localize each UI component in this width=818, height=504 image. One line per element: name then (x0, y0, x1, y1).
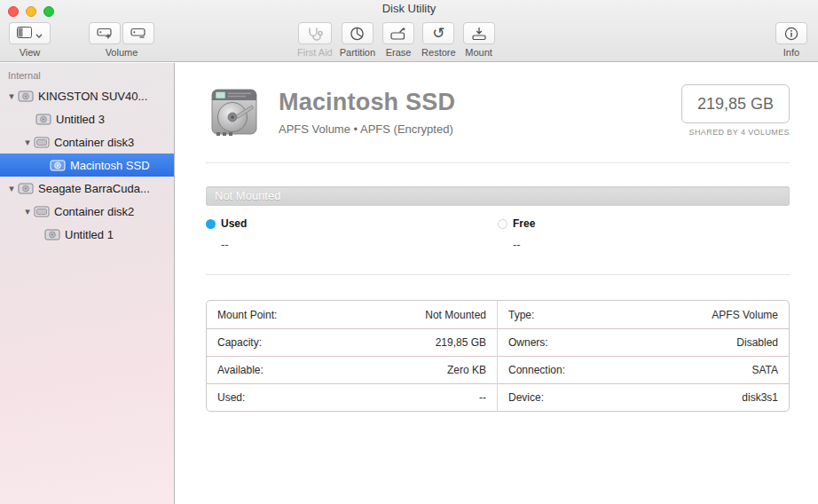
erase-icon (390, 27, 406, 41)
detail-value: 219,85 GB (436, 336, 486, 349)
detail-label: Used: (217, 391, 245, 404)
detail-row: Device: disk3s1 (498, 383, 789, 411)
detail-value: SATA (751, 364, 778, 376)
first-aid-label: First Aid (297, 47, 333, 58)
main-panel: Macintosh SSD APFS Volume • APFS (Encryp… (176, 63, 818, 504)
first-aid-icon (306, 27, 324, 41)
hard-drive-icon (206, 84, 263, 141)
detail-label: Mount Point: (217, 309, 277, 321)
detail-value: Not Mounted (425, 309, 486, 321)
disk-icon (18, 90, 34, 103)
disclosure-triangle-icon[interactable] (5, 182, 18, 195)
disclosure-triangle-icon[interactable] (5, 90, 18, 103)
mount-button[interactable] (463, 22, 495, 44)
sidebar-view-icon (17, 26, 32, 42)
detail-value: Disabled (736, 336, 778, 349)
details-column-right: Type: APFS Volume Owners: Disabled Conne… (498, 301, 789, 411)
sidebar-item-seagate[interactable]: Seagate BarraCuda... (0, 177, 174, 200)
erase-button[interactable] (382, 22, 414, 44)
volume-subtitle: APFS Volume • APFS (Encrypted) (279, 122, 681, 136)
info-icon (784, 27, 798, 41)
disk-icon (18, 182, 34, 195)
view-label: View (20, 47, 41, 58)
details-column-left: Mount Point: Not Mounted Capacity: 219,8… (207, 301, 498, 411)
legend-free: Free -- (498, 217, 790, 251)
restore-icon (432, 26, 444, 42)
remove-volume-button[interactable] (122, 22, 154, 44)
legend-value: -- (221, 238, 498, 251)
detail-row: Used: -- (207, 383, 497, 411)
mount-label: Mount (465, 47, 492, 58)
legend-label: Free (513, 217, 535, 230)
sidebar-item-label: KINGSTON SUV40... (38, 90, 151, 103)
first-aid-button[interactable] (298, 22, 332, 44)
traffic-lights (8, 6, 54, 17)
detail-label: Available: (217, 364, 263, 376)
partition-icon (350, 27, 365, 41)
sidebar: Internal KINGSTON SUV40... Untitled 3 Co… (0, 63, 175, 504)
close-button[interactable] (8, 6, 19, 17)
volume-header: Macintosh SSD APFS Volume • APFS (Encryp… (206, 84, 790, 141)
volume-icon (50, 159, 66, 172)
detail-row: Capacity: 219,85 GB (207, 328, 497, 356)
info-label: Info (783, 47, 799, 58)
sidebar-item-label: Seagate BarraCuda... (38, 182, 153, 195)
partition-button[interactable] (342, 22, 374, 44)
volume-label: Volume (106, 47, 138, 58)
disclosure-triangle-icon[interactable] (21, 205, 34, 218)
sidebar-item-macintosh-ssd[interactable]: Macintosh SSD (0, 154, 174, 177)
legend-used: Used -- (206, 217, 498, 251)
erase-label: Erase (386, 47, 412, 58)
capacity-badge: 219,85 GB (681, 84, 790, 123)
volume-icon (44, 228, 60, 241)
container-icon (34, 136, 50, 149)
sidebar-section-internal: Internal (0, 69, 174, 84)
sidebar-item-label: Untitled 1 (65, 228, 117, 241)
shared-volumes-note: SHARED BY 4 VOLUMES (681, 128, 790, 137)
detail-label: Device: (508, 391, 544, 404)
detail-row: Type: APFS Volume (498, 301, 789, 328)
usage-bar: Not Mounted (206, 186, 790, 206)
divider (206, 274, 790, 275)
legend-value: -- (513, 238, 790, 251)
sidebar-item-kingston[interactable]: KINGSTON SUV40... (0, 84, 174, 107)
window-header: Disk Utility View (0, 0, 818, 62)
add-volume-button[interactable] (89, 22, 121, 44)
sidebar-item-untitled-1[interactable]: Untitled 1 (0, 223, 174, 246)
sidebar-item-container-disk2[interactable]: Container disk2 (0, 200, 174, 223)
sidebar-item-label: Macintosh SSD (70, 159, 153, 172)
used-dot-icon (206, 219, 216, 229)
detail-row: Owners: Disabled (498, 328, 789, 356)
titlebar[interactable]: Disk Utility (0, 0, 818, 20)
container-icon (34, 205, 50, 218)
detail-label: Type: (508, 309, 534, 321)
minimize-button[interactable] (26, 6, 36, 17)
sidebar-item-label: Container disk2 (54, 205, 138, 218)
detail-row: Mount Point: Not Mounted (207, 301, 497, 328)
sidebar-item-untitled-3[interactable]: Untitled 3 (0, 107, 174, 130)
detail-label: Capacity: (217, 336, 262, 349)
restore-label: Restore (421, 47, 456, 58)
zoom-button[interactable] (43, 6, 54, 17)
disclosure-triangle-icon[interactable] (21, 136, 34, 149)
toolbar: View Volume First Ai (0, 20, 818, 62)
sidebar-item-container-disk3[interactable]: Container disk3 (0, 130, 174, 154)
restore-button[interactable] (422, 22, 454, 44)
detail-row: Connection: SATA (498, 356, 789, 383)
usage-legend: Used -- Free -- (206, 217, 790, 251)
legend-label: Used (221, 217, 247, 230)
chevron-down-icon (35, 26, 43, 42)
divider (206, 162, 790, 163)
detail-value: disk3s1 (742, 391, 778, 404)
detail-row: Available: Zero KB (207, 356, 497, 383)
info-button[interactable] (775, 22, 807, 44)
detail-label: Owners: (508, 336, 548, 349)
detail-value: -- (479, 391, 486, 404)
volume-remove-icon (130, 27, 146, 40)
view-button[interactable] (9, 22, 51, 44)
mount-icon (471, 27, 487, 41)
disk-utility-window: Disk Utility View (0, 0, 818, 504)
detail-value: Zero KB (447, 364, 486, 376)
detail-label: Connection: (508, 364, 565, 376)
free-dot-icon (498, 219, 507, 229)
